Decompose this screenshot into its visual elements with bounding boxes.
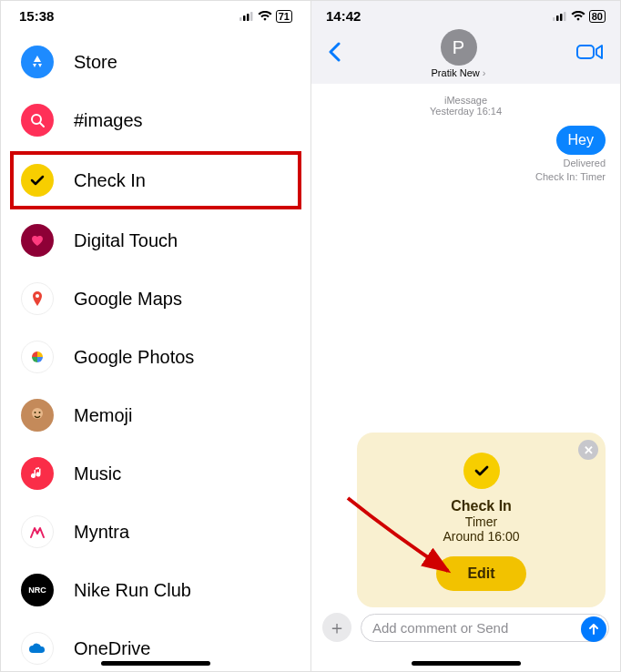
google-maps-icon (21, 282, 54, 315)
checkin-card-line2: Around 16:00 (370, 529, 593, 544)
svg-rect-0 (239, 17, 242, 21)
status-time: 15:38 (19, 8, 54, 24)
checkin-card-line1: Timer (370, 514, 593, 529)
close-card-button[interactable]: ✕ (578, 440, 598, 460)
status-bar: 15:38 71 (1, 1, 310, 27)
appstore-icon (21, 46, 54, 78)
app-label: Store (74, 52, 117, 73)
app-label: Nike Run Club (74, 580, 191, 601)
app-row-digitaltouch[interactable]: Digital Touch (1, 211, 310, 270)
svg-rect-11 (556, 15, 559, 21)
checkin-card-icon (463, 453, 500, 489)
status-bar: 14:42 80 (321, 6, 611, 29)
compose-bar: ＋ Add comment or Send (311, 607, 620, 647)
wifi-icon (258, 11, 272, 22)
contact-header[interactable]: P Pratik New › (348, 29, 569, 78)
wifi-icon (571, 11, 585, 22)
home-indicator (412, 661, 521, 666)
svg-rect-13 (564, 12, 566, 21)
signal-icon (239, 11, 254, 21)
svg-rect-1 (243, 15, 246, 21)
status-time: 14:42 (326, 8, 361, 24)
home-indicator (101, 661, 210, 666)
checkin-sublabel: Check In: Timer (326, 171, 606, 182)
message-thread: iMessage Yesterday 16:14 Hey Delivered C… (311, 84, 620, 193)
myntra-icon (21, 515, 54, 548)
nike-icon: NRC (21, 574, 54, 606)
app-row-checkin[interactable]: Check In (10, 151, 301, 209)
app-label: Google Photos (74, 347, 194, 368)
compose-input[interactable]: Add comment or Send (361, 614, 609, 642)
svg-rect-3 (250, 12, 253, 21)
app-row-images[interactable]: #images (1, 91, 310, 149)
svg-point-8 (35, 412, 36, 413)
app-label: Check In (74, 170, 146, 191)
phone-left: 15:38 71 Store (0, 0, 310, 672)
status-right: 80 (553, 10, 606, 23)
app-row-music[interactable]: Music (1, 444, 310, 503)
status-right: 71 (239, 10, 292, 23)
back-button[interactable] (321, 39, 348, 68)
contact-avatar: P (441, 29, 477, 66)
app-label: #images (74, 110, 143, 131)
app-row-nike[interactable]: NRC Nike Run Club (1, 561, 310, 619)
svg-point-9 (39, 412, 41, 413)
svg-point-6 (36, 294, 39, 298)
service-label: iMessage (326, 95, 606, 106)
signal-icon (553, 11, 567, 21)
send-button[interactable] (581, 616, 606, 642)
app-label: OneDrive (74, 638, 150, 659)
svg-line-5 (40, 123, 44, 127)
phone-right: 14:42 80 P Pratik New › (310, 0, 621, 672)
svg-rect-14 (577, 46, 594, 58)
add-attachment-button[interactable]: ＋ (322, 613, 351, 642)
app-label: Memoji (74, 405, 132, 426)
checkin-card-title: Check In (370, 498, 593, 514)
app-row-store[interactable]: Store (1, 33, 310, 91)
app-label: Myntra (74, 522, 129, 543)
app-label: Google Maps (74, 289, 182, 310)
search-images-icon (21, 104, 54, 137)
google-photos-icon (21, 341, 54, 373)
video-call-button[interactable] (569, 43, 611, 65)
app-row-memoji[interactable]: Memoji (1, 386, 310, 444)
contact-name: Pratik New › (348, 67, 569, 78)
digital-touch-icon (21, 224, 54, 257)
music-icon (21, 457, 54, 490)
app-row-googlemaps[interactable]: Google Maps (1, 270, 310, 328)
onedrive-icon (21, 632, 54, 665)
checkin-card: ✕ Check In Timer Around 16:00 Edit (357, 433, 606, 607)
app-row-myntra[interactable]: Myntra (1, 503, 310, 561)
checkin-card-wrap: ✕ Check In Timer Around 16:00 Edit (357, 433, 606, 607)
battery-indicator: 71 (276, 10, 292, 23)
app-label: Music (74, 463, 121, 484)
messages-header: 14:42 80 P Pratik New › (311, 1, 620, 84)
compose-placeholder: Add comment or Send (372, 620, 508, 636)
app-label: Digital Touch (74, 230, 178, 251)
battery-indicator: 80 (589, 10, 606, 23)
svg-rect-10 (553, 17, 555, 21)
edit-button[interactable]: Edit (436, 556, 525, 591)
app-drawer-list: Store #images Check In Digital Touch (1, 27, 310, 672)
app-row-googlephotos[interactable]: Google Photos (1, 328, 310, 386)
svg-rect-2 (247, 14, 249, 21)
timestamp-label: Yesterday 16:14 (326, 106, 606, 117)
memoji-icon (21, 399, 54, 432)
checkin-icon (21, 164, 54, 197)
svg-rect-12 (560, 14, 563, 21)
outgoing-message[interactable]: Hey (556, 126, 606, 155)
delivery-status: Delivered (326, 158, 606, 168)
